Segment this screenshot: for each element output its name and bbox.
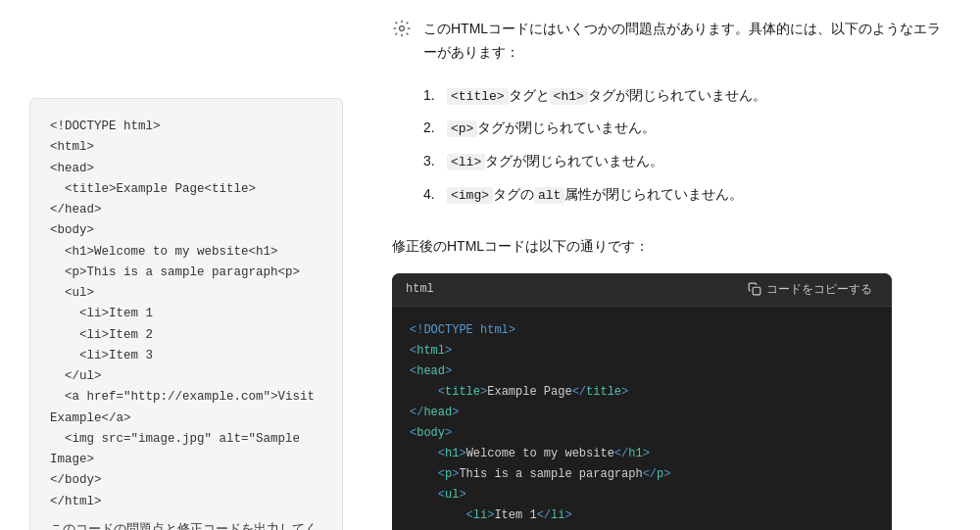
- issue-text: <img>タグのalt属性が閉じられていません。: [447, 183, 743, 207]
- code-line: <li>Item 2</li>: [410, 526, 874, 530]
- intro-text: このHTMLコードにはいくつかの問題点があります。具体的には、以下のようなエラー…: [423, 18, 951, 65]
- code-line: <!DOCTYPE html>: [50, 117, 322, 137]
- code-line: </body>: [50, 470, 322, 491]
- code-line: </html>: [50, 492, 322, 512]
- code-line: </head>: [410, 403, 874, 423]
- code-block-header: html コードをコピーする: [392, 273, 892, 307]
- code-line: <title>Example Page<title>: [50, 179, 322, 200]
- response-header: このHTMLコードにはいくつかの問題点があります。具体的には、以下のようなエラー…: [392, 18, 951, 65]
- code-line: <ul>: [50, 283, 322, 304]
- code-line: <title>Example Page</title>: [410, 382, 874, 403]
- issue-num: 1.: [423, 84, 441, 106]
- fix-label: 修正後のHTMLコードは以下の通りです：: [392, 238, 951, 256]
- code-line: <h1>Welcome to my website<h1>: [50, 242, 322, 263]
- issue-item-3: 3. <li>タグが閉じられていません。: [423, 150, 951, 173]
- issue-num: 2.: [423, 117, 441, 138]
- corrected-code-block: html コードをコピーする <!DOCTYPE html> <html> <h…: [392, 273, 892, 530]
- copy-label: コードをコピーする: [766, 281, 872, 298]
- issue-text: <p>タグが閉じられていません。: [447, 117, 656, 140]
- code-line: このコードの問題点と修正コードを出力してください: [50, 520, 322, 530]
- code-line: <!DOCTYPE html>: [410, 320, 874, 341]
- right-panel: このHTMLコードにはいくつかの問題点があります。具体的には、以下のようなエラー…: [382, 0, 980, 530]
- issue-item-4: 4. <img>タグのalt属性が閉じられていません。: [423, 183, 951, 207]
- issue-item-2: 2. <p>タグが閉じられていません。: [423, 117, 951, 140]
- code-line: </head>: [50, 200, 322, 220]
- left-panel: <!DOCTYPE html> <html> <head> <title>Exa…: [0, 0, 382, 530]
- copy-button[interactable]: コードをコピーする: [742, 279, 878, 300]
- code-lang-label: html: [406, 282, 434, 296]
- code-line: <li>Item 1</li>: [410, 506, 874, 526]
- code-line: <html>: [50, 137, 322, 158]
- code-line: <p>This is a sample paragraph<p>: [50, 263, 322, 283]
- code-line: <ul>: [410, 485, 874, 506]
- ai-icon: [392, 19, 414, 40]
- issue-num: 4.: [423, 183, 441, 205]
- code-line: <p>This is a sample paragraph</p>: [410, 464, 874, 485]
- issues-list: 1. <title>タグと<h1>タグが閉じられていません。 2. <p>タグが…: [423, 84, 951, 217]
- issue-item-1: 1. <title>タグと<h1>タグが閉じられていません。: [423, 84, 951, 108]
- code-line: <li>Item 2: [50, 325, 322, 346]
- input-code-box: <!DOCTYPE html> <html> <head> <title>Exa…: [29, 98, 343, 530]
- code-block-body: <!DOCTYPE html> <html> <head> <title>Exa…: [392, 307, 892, 530]
- issue-num: 3.: [423, 150, 441, 171]
- code-line: <body>: [50, 220, 322, 241]
- code-line: <h1>Welcome to my website</h1>: [410, 444, 874, 464]
- code-line: <body>: [410, 423, 874, 444]
- code-line: <li>Item 3: [50, 346, 322, 366]
- issue-text: <li>タグが閉じられていません。: [447, 150, 663, 173]
- code-line: <li>Item 1: [50, 304, 322, 324]
- svg-point-0: [400, 26, 405, 31]
- svg-rect-1: [753, 288, 760, 296]
- code-line: <a href="http://example.com">Visit Examp…: [50, 387, 322, 429]
- code-line: <head>: [410, 361, 874, 382]
- code-line: <img src="image.jpg" alt="Sample Image>: [50, 429, 322, 471]
- code-line: <html>: [410, 341, 874, 361]
- issue-text: <title>タグと<h1>タグが閉じられていません。: [447, 84, 766, 108]
- code-line: <head>: [50, 159, 322, 179]
- code-line: </ul>: [50, 366, 322, 387]
